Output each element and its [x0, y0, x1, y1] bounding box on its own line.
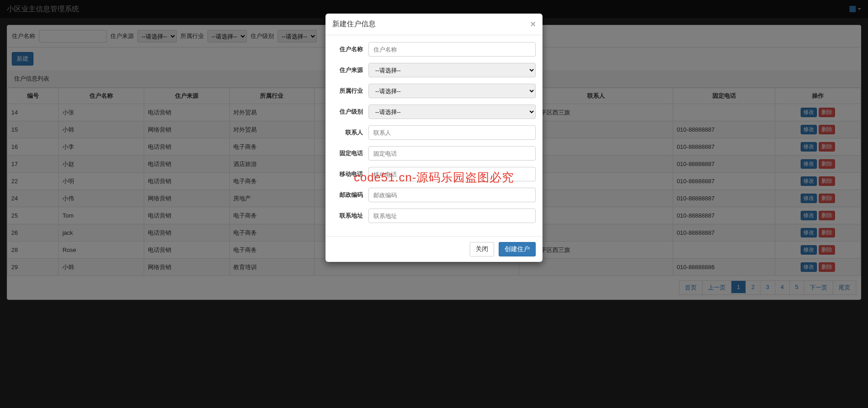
- field-source-select[interactable]: --请选择--: [368, 63, 536, 77]
- field-zip-label: 邮政编码: [332, 191, 368, 199]
- field-mobile-label: 移动电话: [332, 170, 368, 178]
- field-industry-label: 所属行业: [332, 87, 368, 95]
- field-name-input[interactable]: [368, 42, 536, 57]
- field-zip-input[interactable]: [368, 188, 536, 202]
- field-level-label: 住户级别: [332, 108, 368, 116]
- create-modal: 新建住户信息 × 住户名称 住户来源--请选择-- 所属行业--请选择-- 住户…: [326, 14, 542, 262]
- field-phone-label: 固定电话: [332, 149, 368, 157]
- field-contact-input[interactable]: [368, 125, 536, 140]
- submit-button[interactable]: 创建住户: [499, 242, 536, 256]
- field-phone-input[interactable]: [368, 146, 536, 161]
- field-level-select[interactable]: --请选择--: [368, 104, 536, 119]
- field-source-label: 住户来源: [332, 66, 368, 74]
- close-icon[interactable]: ×: [530, 19, 536, 29]
- modal-header: 新建住户信息 ×: [326, 14, 542, 35]
- modal-body: 住户名称 住户来源--请选择-- 所属行业--请选择-- 住户级别--请选择--…: [326, 35, 542, 236]
- field-mobile-input[interactable]: [368, 167, 536, 181]
- cancel-button[interactable]: 关闭: [470, 242, 494, 256]
- field-addr-input[interactable]: [368, 209, 536, 223]
- field-industry-select[interactable]: --请选择--: [368, 84, 536, 98]
- modal-footer: 关闭 创建住户: [326, 236, 542, 262]
- modal-title: 新建住户信息: [332, 19, 376, 29]
- field-contact-label: 联系人: [332, 128, 368, 137]
- field-name-label: 住户名称: [332, 45, 368, 53]
- field-addr-label: 联系地址: [332, 212, 368, 220]
